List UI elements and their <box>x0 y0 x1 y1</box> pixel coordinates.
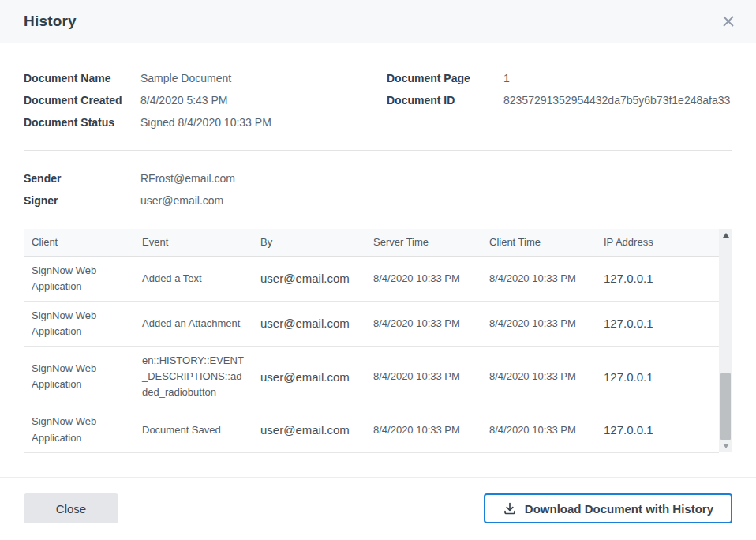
client-cell: SignNow Web Application <box>24 407 134 452</box>
modal-title: History <box>24 13 77 30</box>
document-status-value: Signed 8/4/2020 10:33 PM <box>140 116 271 129</box>
event-cell: Added an Attachment <box>134 301 253 346</box>
signer-row: Signer user@email.com <box>24 189 732 212</box>
table-row: SignNow Web Application Added an Attachm… <box>24 301 719 346</box>
col-header-client-time: Client Time <box>481 229 596 256</box>
download-document-button[interactable]: Download Document with History <box>484 493 732 523</box>
close-button[interactable]: Close <box>24 493 118 523</box>
triangle-down-icon <box>723 444 729 448</box>
signer-value: user@email.com <box>140 194 223 207</box>
document-name-value: Sample Document <box>140 72 231 84</box>
history-table: Client Event By Server Time Client Time … <box>24 229 719 453</box>
by-cell: user@email.com <box>253 347 365 407</box>
document-id-label: Document ID <box>387 94 503 107</box>
document-created-row: Document Created 8/4/2020 5:43 PM <box>24 89 387 111</box>
ip-address-cell: 127.0.0.1 <box>596 256 719 301</box>
document-page-row: Document Page 1 <box>387 67 732 89</box>
server-time-cell: 8/4/2020 10:33 PM <box>365 407 481 452</box>
modal-header: History <box>0 0 756 43</box>
triangle-up-icon <box>723 233 729 238</box>
signer-label: Signer <box>24 194 140 207</box>
document-info-right: Document Page 1 Document ID 823572913529… <box>387 67 732 133</box>
document-created-value: 8/4/2020 5:43 PM <box>140 94 228 107</box>
document-page-value: 1 <box>503 72 510 84</box>
server-time-cell: 8/4/2020 10:33 PM <box>365 256 481 301</box>
scroll-down-arrow[interactable] <box>719 440 732 452</box>
client-time-cell: 8/4/2020 10:33 PM <box>481 256 596 301</box>
client-time-cell: 8/4/2020 10:33 PM <box>481 301 596 346</box>
document-id-value: 82357291352954432da7b5y6b73f1e248afa33 <box>503 94 730 107</box>
col-header-server-time: Server Time <box>365 229 481 256</box>
download-button-label: Download Document with History <box>525 502 713 516</box>
event-cell: Document Saved <box>134 407 253 452</box>
document-created-label: Document Created <box>24 94 140 107</box>
modal-footer: Close Download Document with History <box>24 493 732 523</box>
ip-address-cell: 127.0.0.1 <box>596 347 719 407</box>
document-name-row: Document Name Sample Document <box>24 67 387 89</box>
document-info-left: Document Name Sample Document Document C… <box>24 67 387 133</box>
section-divider <box>24 150 732 151</box>
by-cell: user@email.com <box>253 256 365 301</box>
document-status-label: Document Status <box>24 116 140 129</box>
sender-label: Sender <box>24 172 140 185</box>
client-cell: SignNow Web Application <box>24 301 134 346</box>
client-time-cell: 8/4/2020 10:33 PM <box>481 407 596 452</box>
client-time-cell: 8/4/2020 10:33 PM <box>481 347 596 407</box>
history-table-container: Client Event By Server Time Client Time … <box>24 229 732 452</box>
history-modal: History Document Name Sample Document Do… <box>0 0 756 540</box>
scroll-up-arrow[interactable] <box>719 229 732 241</box>
ip-address-cell: 127.0.0.1 <box>596 301 719 346</box>
document-page-label: Document Page <box>387 72 503 84</box>
download-icon <box>503 501 517 516</box>
document-name-label: Document Name <box>24 72 140 84</box>
col-header-client: Client <box>24 229 134 256</box>
server-time-cell: 8/4/2020 10:33 PM <box>365 347 481 407</box>
table-scrollbar[interactable] <box>719 229 732 452</box>
sender-value: RFrost@email.com <box>140 172 235 185</box>
table-row: SignNow Web Application en::HISTORY::EVE… <box>24 347 719 407</box>
event-cell: Added a Text <box>134 256 253 301</box>
table-row: SignNow Web Application Document Saved u… <box>24 407 719 452</box>
by-cell: user@email.com <box>253 301 365 346</box>
close-icon[interactable] <box>718 11 739 32</box>
col-header-event: Event <box>134 229 253 256</box>
ip-address-cell: 127.0.0.1 <box>596 407 719 452</box>
footer-divider <box>0 477 756 478</box>
server-time-cell: 8/4/2020 10:33 PM <box>365 301 481 346</box>
table-row: SignNow Web Application Added a Text use… <box>24 256 719 301</box>
modal-body: Document Name Sample Document Document C… <box>0 43 756 452</box>
document-info: Document Name Sample Document Document C… <box>24 67 732 133</box>
document-status-row: Document Status Signed 8/4/2020 10:33 PM <box>24 111 387 133</box>
parties-section: Sender RFrost@email.com Signer user@emai… <box>24 167 732 212</box>
event-cell: en::HISTORY::EVENT_DESCRIPTIONS::added_r… <box>134 347 253 407</box>
x-glyph <box>720 13 736 29</box>
document-id-row: Document ID 82357291352954432da7b5y6b73f… <box>387 89 732 111</box>
col-header-ip-address: IP Address <box>596 229 719 256</box>
client-cell: SignNow Web Application <box>24 347 134 407</box>
client-cell: SignNow Web Application <box>24 256 134 301</box>
col-header-by: By <box>253 229 365 256</box>
sender-row: Sender RFrost@email.com <box>24 167 732 189</box>
scrollbar-thumb[interactable] <box>720 373 731 440</box>
by-cell: user@email.com <box>253 407 365 452</box>
table-header-row: Client Event By Server Time Client Time … <box>24 229 719 256</box>
